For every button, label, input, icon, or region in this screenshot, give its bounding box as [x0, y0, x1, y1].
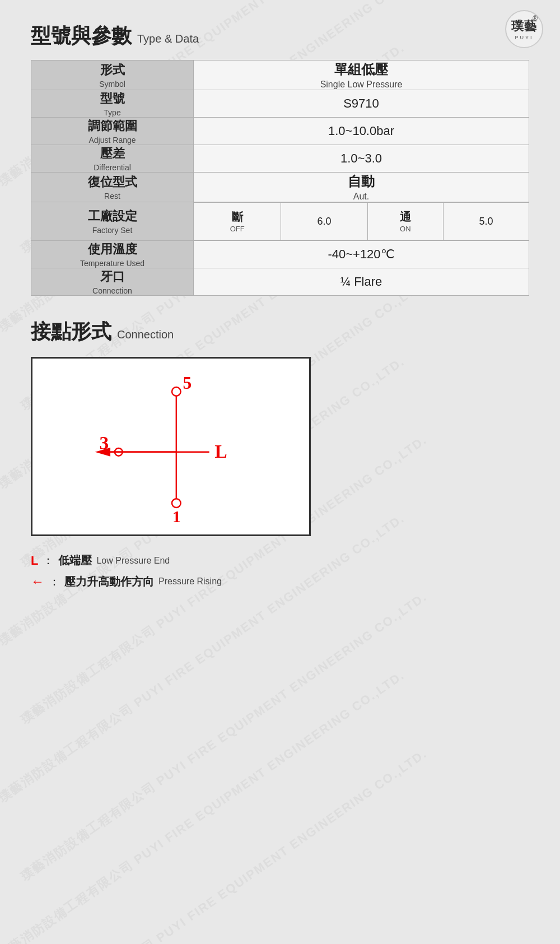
value-cell-diff: 1.0~3.0 — [194, 145, 529, 173]
legend-text-cn-L: 低端壓 — [58, 553, 92, 568]
connection-diagram: 5 L 1 3 — [32, 359, 309, 534]
section1-title-cn: 型號與參數 — [31, 22, 132, 50]
label-en-symbol: Symbol — [31, 80, 193, 89]
table-row: 形式 Symbol 單組低壓 Single Low Pressure — [31, 61, 529, 90]
value-cell-temp: -40~+120℃ — [194, 241, 529, 268]
section2-title: 接點形式 Connection — [31, 318, 529, 346]
label-cn-symbol: 形式 — [31, 62, 193, 78]
legend-text-en-arrow: Pressure Rising — [158, 576, 222, 587]
label-en-rest: Rest — [31, 192, 193, 201]
label-cn-factory: 工廠設定 — [31, 208, 193, 225]
brand-name-en: PUYI — [515, 35, 533, 40]
table-row: 調節範圍 Adjust Range 1.0~10.0bar — [31, 118, 529, 145]
value-cn-rest: 自動 — [194, 173, 529, 190]
factory-sub-table: 斷 OFF 6.0 通 ON 5.0 — [194, 202, 529, 240]
section2-title-cn: 接點形式 — [31, 318, 111, 346]
value-en-symbol: Single Low Pressure — [194, 80, 529, 90]
value-cell-symbol: 單組低壓 Single Low Pressure — [194, 61, 529, 90]
value-cell-conn: ¼ Flare — [194, 268, 529, 296]
data-table: 形式 Symbol 單組低壓 Single Low Pressure 型號 Ty… — [31, 60, 529, 296]
section2-title-en: Connection — [117, 328, 174, 341]
svg-text:5: 5 — [183, 373, 192, 393]
svg-point-8 — [172, 499, 181, 508]
label-cn-rest: 復位型式 — [31, 174, 193, 190]
value-cn-symbol: 單組低壓 — [194, 61, 529, 78]
table-row: 型號 Type S9710 — [31, 90, 529, 118]
svg-text:1: 1 — [172, 508, 181, 526]
table-row-factory: 工廠設定 Factory Set 斷 OFF 6.0 通 — [31, 202, 529, 241]
svg-text:L: L — [215, 441, 227, 462]
value-cell-rest: 自動 Aut. — [194, 173, 529, 202]
label-cn-diff: 壓差 — [31, 145, 193, 162]
value-conn: ¼ Flare — [340, 275, 382, 289]
label-en-range: Adjust Range — [31, 136, 193, 145]
label-cell-conn: 牙口 Connection — [31, 268, 194, 296]
label-cell-diff: 壓差 Differential — [31, 145, 194, 173]
label-cell-factory: 工廠設定 Factory Set — [31, 202, 194, 241]
logo-area: ® 璞藝 PUYI — [505, 10, 543, 48]
legend-text-cn-arrow: 壓力升高動作方向 — [64, 574, 154, 589]
section2: 接點形式 Connection 5 L 1 — [31, 318, 529, 589]
value-temp: -40~+120℃ — [328, 247, 394, 261]
svg-point-0 — [172, 387, 181, 396]
legend-item-L: L ： 低端壓 Low Pressure End — [31, 553, 529, 568]
label-en-conn: Connection — [31, 286, 193, 295]
table-row: 壓差 Differential 1.0~3.0 — [31, 145, 529, 173]
registered-mark: ® — [533, 15, 538, 22]
factory-off-value: 6.0 — [281, 203, 367, 240]
legend: L ： 低端壓 Low Pressure End ← ： 壓力升高動作方向 Pr… — [31, 553, 529, 589]
value-cell-factory: 斷 OFF 6.0 通 ON 5.0 — [194, 202, 529, 241]
legend-colon-L: ： — [43, 553, 54, 568]
svg-text:3: 3 — [99, 433, 109, 453]
legend-colon-arrow: ： — [49, 574, 60, 589]
factory-off-label: 斷 OFF — [194, 203, 281, 240]
section1-title-en: Type & Data — [137, 32, 199, 45]
label-cn-temp: 使用溫度 — [31, 241, 193, 258]
label-cell-symbol: 形式 Symbol — [31, 61, 194, 90]
label-en-factory: Factory Set — [31, 226, 193, 235]
value-diff: 1.0~3.0 — [340, 151, 382, 165]
label-cn-conn: 牙口 — [31, 268, 193, 285]
label-cell-rest: 復位型式 Rest — [31, 173, 194, 202]
legend-symbol-arrow: ← — [31, 574, 44, 589]
label-en-temp: Temperature Used — [31, 259, 193, 268]
factory-on-label: 通 ON — [367, 203, 444, 240]
label-cell-range: 調節範圍 Adjust Range — [31, 118, 194, 145]
label-cn-range: 調節範圍 — [31, 118, 193, 134]
label-cn-type: 型號 — [31, 90, 193, 107]
label-cell-temp: 使用溫度 Temperature Used — [31, 241, 194, 268]
value-range: 1.0~10.0bar — [328, 124, 394, 138]
value-type: S9710 — [343, 96, 379, 110]
factory-on-value: 5.0 — [444, 203, 529, 240]
value-cell-type: S9710 — [194, 90, 529, 118]
label-en-type: Type — [31, 108, 193, 117]
legend-symbol-L: L — [31, 554, 38, 568]
section1-title: 型號與參數 Type & Data — [31, 22, 529, 50]
table-row: 牙口 Connection ¼ Flare — [31, 268, 529, 296]
label-cell-type: 型號 Type — [31, 90, 194, 118]
table-row: 使用溫度 Temperature Used -40~+120℃ — [31, 241, 529, 268]
legend-item-arrow: ← ： 壓力升高動作方向 Pressure Rising — [31, 574, 529, 589]
table-row: 復位型式 Rest 自動 Aut. — [31, 173, 529, 202]
value-en-rest: Aut. — [194, 192, 529, 202]
legend-text-en-L: Low Pressure End — [96, 556, 170, 566]
label-en-diff: Differential — [31, 163, 193, 172]
connection-box: 5 L 1 3 — [31, 357, 311, 536]
value-cell-range: 1.0~10.0bar — [194, 118, 529, 145]
